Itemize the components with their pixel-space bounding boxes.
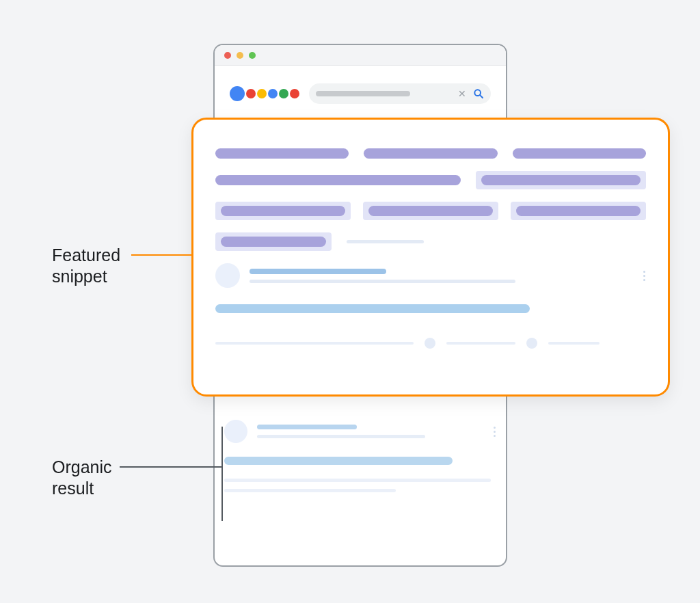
text-placeholder <box>481 175 641 185</box>
snippet-text-row <box>215 171 646 189</box>
search-query-placeholder <box>316 91 410 96</box>
dot-separator-icon <box>526 338 537 349</box>
site-url-placeholder <box>257 435 425 438</box>
search-engine-logo <box>230 86 299 101</box>
result-title-link[interactable] <box>224 457 453 465</box>
result-overflow-menu-icon[interactable] <box>643 271 646 281</box>
snippet-text-row <box>215 148 646 159</box>
text-placeholder <box>215 148 349 159</box>
snippet-source-result <box>215 263 646 349</box>
result-description <box>224 479 496 492</box>
label-organic-result: Organic result <box>52 457 112 500</box>
search-icon[interactable] <box>473 88 484 99</box>
site-favicon <box>215 263 240 288</box>
text-placeholder <box>221 206 345 216</box>
svg-line-1 <box>480 95 483 98</box>
text-placeholder <box>224 489 396 492</box>
text-placeholder <box>215 175 461 185</box>
result-title-link[interactable] <box>215 304 530 313</box>
text-placeholder <box>516 206 641 216</box>
text-placeholder <box>446 342 515 345</box>
clear-search-icon[interactable]: ✕ <box>458 89 466 98</box>
text-placeholder <box>368 206 493 216</box>
search-header: ✕ <box>215 66 506 111</box>
highlighted-text <box>511 202 646 220</box>
site-name-placeholder <box>250 269 386 274</box>
text-placeholder <box>513 148 646 159</box>
logo-dot <box>246 89 256 98</box>
leader-line <box>221 427 223 521</box>
site-url-placeholder <box>250 280 515 283</box>
result-overflow-menu-icon[interactable] <box>494 427 496 437</box>
text-placeholder <box>548 342 600 345</box>
logo-dot <box>268 89 278 98</box>
highlighted-text <box>215 232 332 251</box>
label-featured-snippet: Featured snippet <box>52 245 120 288</box>
site-favicon <box>224 420 247 443</box>
snippet-text-row <box>215 202 646 220</box>
text-placeholder <box>347 240 424 243</box>
browser-titlebar <box>215 45 506 66</box>
text-placeholder <box>364 148 497 159</box>
logo-dot <box>230 86 245 101</box>
logo-dot <box>279 89 288 98</box>
text-placeholder <box>224 479 491 482</box>
highlighted-text <box>476 171 646 189</box>
window-minimize-icon[interactable] <box>237 52 243 59</box>
snippet-text-row <box>215 232 646 251</box>
window-close-icon[interactable] <box>224 52 231 59</box>
leader-line <box>131 254 191 256</box>
logo-dot <box>290 89 299 98</box>
site-name-placeholder <box>257 425 357 429</box>
highlighted-text <box>215 202 351 220</box>
featured-snippet-panel <box>191 118 670 397</box>
text-placeholder <box>221 237 326 247</box>
highlighted-text <box>363 202 498 220</box>
search-input[interactable]: ✕ <box>309 83 491 104</box>
window-zoom-icon[interactable] <box>249 52 256 59</box>
text-placeholder <box>215 342 414 345</box>
leader-line <box>120 466 222 468</box>
dot-separator-icon <box>425 338 435 349</box>
snippet-footer <box>215 338 646 349</box>
logo-dot <box>257 89 267 98</box>
organic-result <box>223 420 499 492</box>
